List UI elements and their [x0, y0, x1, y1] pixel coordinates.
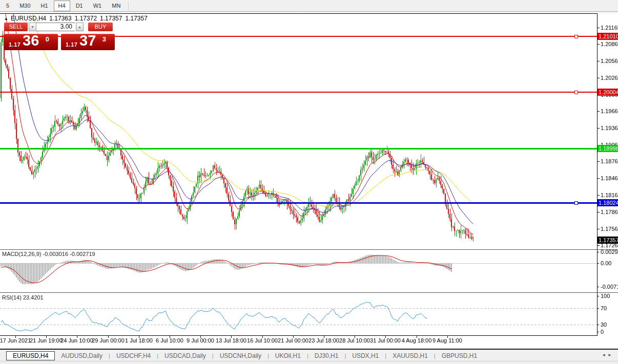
time-axis-label: 1 Jul 18:00 [125, 337, 153, 344]
timeframe-button-H1[interactable]: H1 [36, 1, 53, 11]
buy-price-big: 37 [79, 32, 96, 49]
rsi-header: RSI(14) 23.4201 [2, 294, 44, 301]
symbol-tab-GBPUSD[interactable]: GBPUSD,H1 [436, 352, 483, 360]
price-axis-tick: 1.17860 [601, 209, 618, 215]
time-axis-label: 23 Jul 18:00 [308, 337, 339, 344]
macd-axis-tick: 0.002947 [601, 249, 618, 255]
sell-button[interactable]: SELL [4, 23, 28, 31]
time-axis-label: 9 Aug 11:00 [432, 337, 462, 344]
chart-window: ▲EURUSD,H41.173631.173721.173571.17357 S… [0, 13, 618, 350]
sell-price-big: 36 [23, 32, 39, 49]
price-axis-tick: 1.18465 [601, 175, 618, 181]
price-axis-tick: 1.18160 [601, 192, 618, 198]
timeframe-button-W1[interactable]: W1 [89, 1, 107, 11]
price-tag: 1.21010 [598, 33, 618, 40]
price-tag: 1.18024 [598, 199, 618, 206]
chart-title: ▲EURUSD,H41.173631.173721.173571.17357 [4, 15, 148, 22]
tab-scroll-icons[interactable]: ◄► [602, 353, 614, 357]
macd-axis-tick: -0.00715 [601, 284, 618, 290]
time-axis-label: 31 Jul 00:00 [370, 337, 401, 344]
buy-price-prefix: 1.17 [66, 41, 77, 48]
tab-scroll-left-icon: ◄ [602, 353, 608, 357]
time-axis-label: 13 Jul 18:00 [216, 337, 246, 344]
volume-increase-button[interactable]: ▲ [76, 23, 84, 31]
ohlc-low: 1.17357 [100, 15, 122, 22]
timeframe-button-D1[interactable]: D1 [71, 1, 88, 11]
rsi-axis-tick: 0 [601, 329, 604, 335]
symbol-label: EURUSD,H4 [11, 15, 46, 22]
buy-price-display[interactable]: 1.17 37 3 [61, 34, 115, 50]
price-axis-tick: 1.20565 [601, 58, 618, 64]
price-axis-tick: 1.21165 [601, 25, 618, 31]
time-axis-label: 28 Jul 10:00 [339, 337, 370, 344]
symbol-tab-DJ30[interactable]: DJ30,H1 [308, 352, 345, 360]
timeframe-button-M30[interactable]: M30 [15, 1, 35, 11]
symbol-tab-bar: EURUSD,H4AUDUSD,Daily|USDCHF,H4|USDCAD,D… [0, 350, 618, 361]
time-axis-label: 16 Jul 10:00 [247, 337, 278, 344]
ohlc-high: 1.17372 [75, 15, 97, 22]
volume-input[interactable]: 3.00 [36, 23, 75, 31]
sell-price-prefix: 1.17 [9, 41, 20, 48]
price-axis-tick: 1.17560 [601, 226, 618, 232]
macd-header: MACD(12,26,9) -0.003016 -0.002719 [2, 251, 95, 257]
rsi-axis-tick: 70 [601, 305, 607, 311]
time-axis-label: 9 Jul 00:00 [187, 337, 214, 344]
timeframe-button-H4[interactable]: H4 [54, 1, 70, 11]
symbol-tab-USDX[interactable]: USDX,H1 [346, 352, 385, 360]
time-axis-label: 6 Jul 10:00 [156, 337, 183, 344]
price-axis-tick: 1.19665 [601, 108, 618, 114]
price-tag: 1.20004 [598, 89, 618, 96]
buy-price-sup: 3 [102, 35, 106, 43]
ohlc-close: 1.17357 [125, 15, 147, 22]
price-axis-tick: 1.19365 [601, 125, 618, 131]
macd-axis-tick: 0.00 [601, 260, 611, 266]
price-axis-tick: 1.20265 [601, 75, 618, 81]
rsi-axis-tick: 100 [601, 293, 610, 299]
price-tag: 1.17357 [598, 237, 618, 244]
status-bar [0, 361, 618, 364]
symbol-tab-XAUUSD[interactable]: XAUUSD,H1 [386, 352, 434, 360]
time-axis-label: 4 Aug 18:00 [402, 337, 432, 344]
one-click-trading-panel: SELL ▼ 3.00 ▲ BUY 1.17 36 0 1.17 37 3 [4, 23, 116, 50]
ohlc-open: 1.17363 [49, 15, 71, 22]
rsi-axis-tick: 30 [601, 322, 607, 328]
sell-price-sup: 0 [46, 35, 49, 43]
sell-price-display[interactable]: 1.17 36 0 [4, 34, 58, 50]
buy-button[interactable]: BUY [88, 23, 113, 31]
symbol-tab-USDCNH[interactable]: USDCNH,Daily [214, 352, 267, 360]
mt4-window: 5M30H1H4D1W1MN ▲EURUSD,H41.173631.173721… [0, 0, 618, 364]
price-axis-tick: 1.18765 [601, 158, 618, 164]
timeframe-toolbar: 5M30H1H4D1W1MN [0, 0, 618, 12]
price-axis-tick: 1.20865 [601, 41, 618, 47]
symbol-tab-USDCHF[interactable]: USDCHF,H4 [110, 352, 157, 360]
timeframe-button-MN[interactable]: MN [107, 1, 125, 11]
time-axis-label: 21 Jun 19:00 [30, 337, 63, 344]
symbol-dropdown-icon[interactable]: ▲ [4, 16, 8, 21]
time-axis-label: 21 Jul 00:00 [278, 337, 308, 344]
time-axis-label: 17 Jun 2021 [0, 337, 31, 344]
time-axis-label: 29 Jun 00:00 [92, 337, 125, 344]
toolbar-separator [128, 2, 129, 10]
symbol-tab-EURUSD[interactable]: EURUSD,H4 [6, 351, 55, 360]
timeframe-button-5[interactable]: 5 [2, 1, 14, 11]
time-axis-label: 24 Jun 10:00 [60, 337, 93, 344]
symbol-tab-AUDUSD[interactable]: AUDUSD,Daily [55, 352, 109, 360]
symbol-tab-USDCAD[interactable]: USDCAD,Daily [158, 352, 212, 360]
price-tag: 1.18998 [598, 145, 618, 152]
chart-canvas[interactable] [0, 13, 618, 349]
symbol-tab-UKOil[interactable]: UKOil,H1 [269, 352, 307, 360]
volume-decrease-button[interactable]: ▼ [29, 23, 36, 31]
tab-scroll-right-icon: ► [608, 353, 614, 357]
